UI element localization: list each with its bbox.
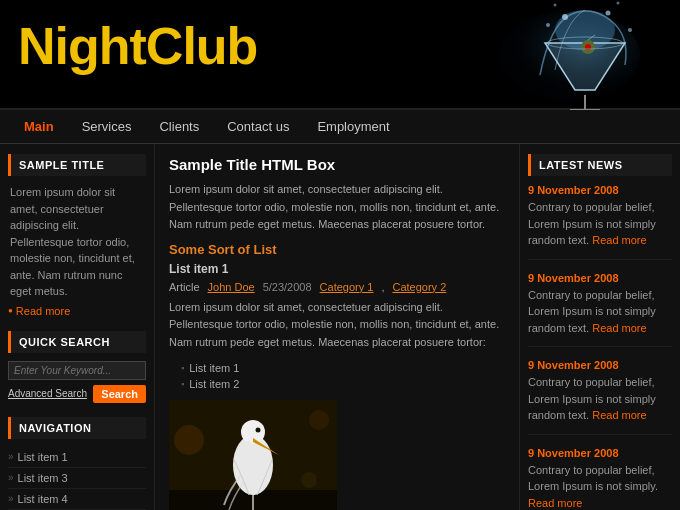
nav-item-employment[interactable]: Employment	[303, 111, 403, 142]
article-date: 5/23/2008	[263, 281, 312, 293]
news-date-3: 9 November 2008	[528, 359, 672, 371]
sidebar-sample-title-heading: SAMPLE TITLE	[8, 154, 146, 176]
news-item-2: 9 November 2008 Contrary to popular beli…	[528, 272, 672, 348]
sidebar-nav-list: List item 1 List item 3 List item 4 List…	[8, 447, 146, 511]
nav-item-services[interactable]: Services	[68, 111, 146, 142]
svg-point-26	[174, 425, 204, 455]
site-title: NightClub	[18, 20, 257, 72]
quick-search-heading: QUICK SEARCH	[8, 331, 146, 353]
right-sidebar: LATEST NEWS 9 November 2008 Contrary to …	[520, 144, 680, 510]
nav-item-contact[interactable]: Contact us	[213, 111, 303, 142]
news-date-2: 9 November 2008	[528, 272, 672, 284]
news-item-1: 9 November 2008 Contrary to popular beli…	[528, 184, 672, 260]
news-text-3: Contrary to popular belief, Lorem Ipsum …	[528, 374, 672, 424]
article-author[interactable]: John Doe	[208, 281, 255, 293]
search-row: Advanced Search Search	[8, 385, 146, 403]
news-read-more-4[interactable]: Read more	[528, 497, 582, 509]
sidebar-navigation-heading: NAVIGATION	[8, 417, 146, 439]
sidebar-sample-title-text: Lorem ipsum dolor sit amet, consectetuer…	[8, 184, 146, 300]
nav-item-clients[interactable]: Clients	[145, 111, 213, 142]
article-label: Article	[169, 281, 200, 293]
title-part2: Club	[146, 17, 258, 75]
svg-point-12	[546, 23, 550, 27]
search-box: Advanced Search Search	[8, 361, 146, 403]
bird-image	[169, 400, 337, 510]
sidebar-nav-item-1[interactable]: List item 1	[8, 447, 146, 468]
svg-point-10	[606, 11, 611, 16]
search-button[interactable]: Search	[93, 385, 146, 403]
search-input[interactable]	[8, 361, 146, 380]
svg-point-9	[562, 14, 568, 20]
nav-item-main[interactable]: Main	[10, 111, 68, 142]
list-section-title: Some Sort of List	[169, 242, 505, 257]
news-item-4: 9 November 2008 Contrary to popular beli…	[528, 447, 672, 511]
svg-point-27	[309, 410, 329, 430]
header: NightClub	[0, 0, 680, 110]
article-category1[interactable]: Category 1	[320, 281, 374, 293]
news-date-1: 9 November 2008	[528, 184, 672, 196]
news-text-1: Contrary to popular belief, Lorem Ipsum …	[528, 199, 672, 249]
list-item-title: List item 1	[169, 262, 505, 276]
svg-point-13	[617, 2, 620, 5]
news-text-4: Contrary to popular belief, Lorem Ipsum …	[528, 462, 672, 511]
article-comma: ,	[381, 281, 384, 293]
svg-point-14	[554, 4, 557, 7]
main-layout: SAMPLE TITLE Lorem ipsum dolor sit amet,…	[0, 144, 680, 510]
sub-list-item-1: List item 1	[181, 360, 505, 376]
advanced-search-link[interactable]: Advanced Search	[8, 388, 87, 399]
content-box-title: Sample Title HTML Box	[169, 156, 505, 173]
news-item-3: 9 November 2008 Contrary to popular beli…	[528, 359, 672, 435]
news-text-2: Contrary to popular belief, Lorem Ipsum …	[528, 287, 672, 337]
news-read-more-2[interactable]: Read more	[592, 322, 646, 334]
latest-news-heading: LATEST NEWS	[528, 154, 672, 176]
sidebar-nav-item-4[interactable]: List item 4	[8, 489, 146, 510]
article-body-text: Lorem ipsum dolor sit amet, consectetuer…	[169, 299, 505, 352]
svg-point-21	[257, 428, 259, 430]
news-read-more-1[interactable]: Read more	[592, 234, 646, 246]
main-nav: Main Services Clients Contact us Employm…	[0, 110, 680, 144]
sub-list-item-2: List item 2	[181, 376, 505, 392]
article-meta: Article John Doe 5/23/2008 Category 1 , …	[169, 281, 505, 293]
title-part1: Night	[18, 17, 146, 75]
sidebar-nav-item-3[interactable]: List item 3	[8, 468, 146, 489]
sidebar-sample-title-section: SAMPLE TITLE Lorem ipsum dolor sit amet,…	[8, 154, 146, 317]
cocktail-decoration	[440, 0, 680, 110]
news-read-more-3[interactable]: Read more	[592, 409, 646, 421]
content-body-text: Lorem ipsum dolor sit amet, consectetuer…	[169, 181, 505, 234]
sub-list: List item 1 List item 2	[169, 360, 505, 392]
article-category2[interactable]: Category 2	[392, 281, 446, 293]
news-date-4: 9 November 2008	[528, 447, 672, 459]
svg-point-11	[628, 28, 632, 32]
svg-point-28	[301, 472, 317, 488]
center-content: Sample Title HTML Box Lorem ipsum dolor …	[155, 144, 520, 510]
sidebar-navigation-section: NAVIGATION List item 1 List item 3 List …	[8, 417, 146, 511]
left-sidebar: SAMPLE TITLE Lorem ipsum dolor sit amet,…	[0, 144, 155, 510]
sidebar-read-more[interactable]: Read more	[8, 305, 146, 317]
quick-search-section: QUICK SEARCH Advanced Search Search	[8, 331, 146, 403]
